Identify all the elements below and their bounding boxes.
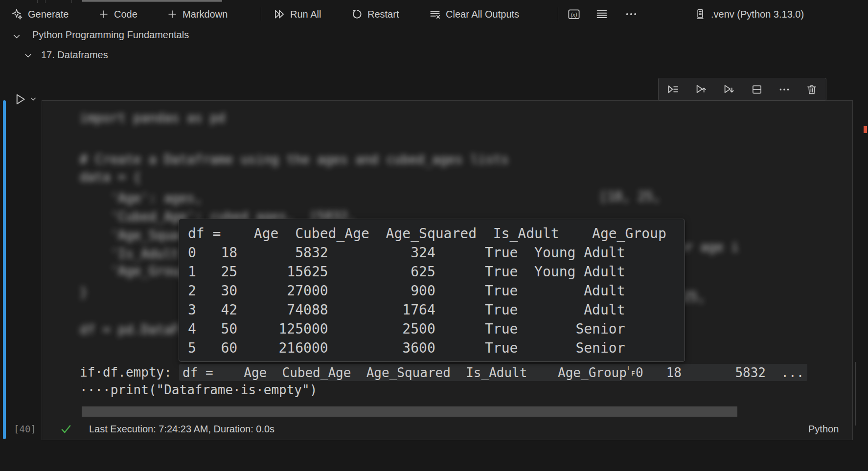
cell-toolbar <box>658 78 826 101</box>
split-cell-icon[interactable] <box>751 83 763 96</box>
linefeed-glyph: LF <box>627 364 636 377</box>
code-line: 3 42 74088 1764 True Adult <box>188 300 685 319</box>
code-line: ····print("Dataframe·is·empty") <box>80 382 317 398</box>
code-line: 5 60 216000 3600 True Senior <box>188 338 685 358</box>
code-line: df = Age Cubed_Age Age_Squared Is_Adult … <box>179 364 807 381</box>
horizontal-scrollbar[interactable] <box>82 406 737 417</box>
execute-above-cells-icon[interactable] <box>694 83 708 96</box>
code-line: } <box>80 284 88 300</box>
code-line: 'Age': ages, <box>80 190 203 206</box>
code-line: df = Age Cubed_Age Age_Squared Is_Adult … <box>188 224 685 243</box>
code-line: 1 25 15625 625 True Young Adult <box>188 262 685 281</box>
dataframe-hover-tooltip: df = Age Cubed_Age Age_Squared Is_Adult … <box>179 219 685 362</box>
code-line: import pandas as pd <box>80 110 225 126</box>
code-line: 2 30 27000 900 True Adult <box>188 281 685 300</box>
code-line: [18, 25, <box>599 189 661 204</box>
vscode-notebook-window: Generate Code Markdown Run All Restart C… <box>0 0 868 471</box>
code-line: # Create a Dataframe using the ages and … <box>80 152 509 167</box>
code-line: 0 18 5832 324 True Young Adult <box>188 243 685 262</box>
code-line: 4 50 125000 2500 True Senior <box>188 319 685 338</box>
code-line: data = { <box>80 169 141 185</box>
delete-cell-icon[interactable] <box>805 83 818 96</box>
code-line: if·df.empty: <box>80 364 172 380</box>
execute-cell-icon[interactable] <box>666 83 680 96</box>
execute-cell-and-below-icon[interactable] <box>722 83 735 96</box>
more-cell-actions-icon[interactable] <box>778 83 791 96</box>
